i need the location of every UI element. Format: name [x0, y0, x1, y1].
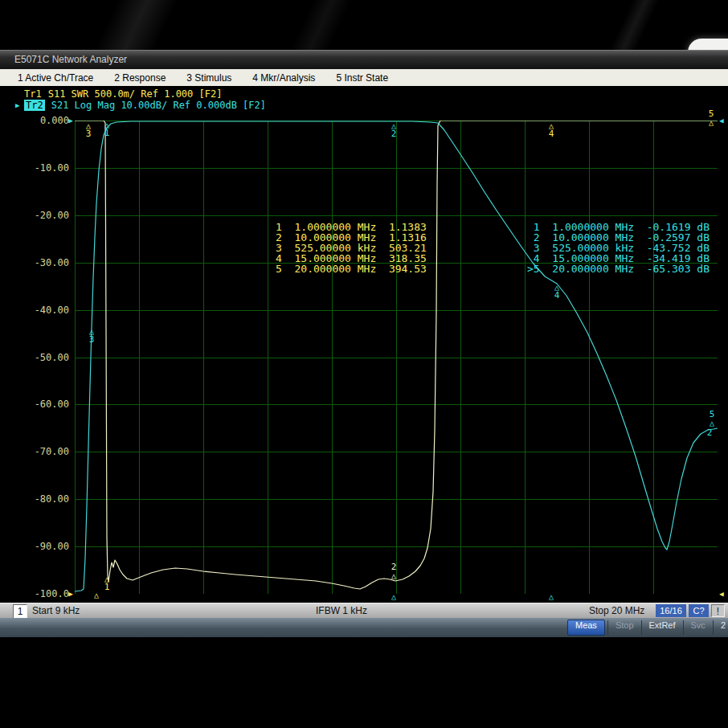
plot-area [75, 121, 718, 594]
sysbar-item-extref: ExtRef [641, 620, 683, 635]
graph-area: 0.000-10.00-20.00-30.00-40.00-50.00-60.0… [0, 115, 728, 603]
menu-item-2[interactable]: 2 Response [114, 72, 166, 84]
sysbar-item-svc: Svc [683, 620, 713, 635]
status-bar: 1 Start 9 kHz IFBW 1 kHz Stop 20 MHz 16/… [0, 603, 728, 618]
start-frequency-label: Start 9 kHz [32, 604, 80, 617]
y-axis-label: -100.0 [22, 588, 69, 599]
trace-id-tr2: Tr2 [24, 100, 45, 111]
y-axis-label: -30.00 [22, 257, 69, 268]
trace-params-tr2: S21 Log Mag 10.00dB/ Ref 0.000dB [F2] [51, 100, 266, 111]
reference-position-arrow: ◀ [718, 590, 726, 598]
trace-info-bar: Tr1S11 SWR 500.0m/ Ref 1.000 [F2] Tr2S21… [0, 86, 728, 115]
screen: E5071C Network Analyzer 1 Active Ch/Trac… [0, 0, 728, 728]
trace-info-tr1[interactable]: Tr1S11 SWR 500.0m/ Ref 1.000 [F2] [24, 88, 222, 100]
y-axis-label: 0.000 [22, 115, 69, 126]
sysbar-item-stop: Stop [607, 620, 641, 635]
graticule [75, 121, 718, 594]
menu-item-5[interactable]: 5 Instr State [336, 72, 388, 84]
reference-position-arrow: ▶ [67, 117, 75, 125]
menu-item-1[interactable]: 1 Active Ch/Trace [18, 72, 93, 84]
y-axis-label: -90.00 [22, 541, 69, 552]
marker-tick: △ [387, 593, 400, 600]
sysbar-item-meas: Meas [567, 620, 605, 636]
active-trace-arrow: ▶ [15, 101, 19, 109]
sysbar-item-2: 2 [713, 620, 728, 635]
marker-tick: △ [545, 593, 558, 600]
menu-item-3[interactable]: 3 Stimulus [186, 72, 231, 84]
menu-bar: 1 Active Ch/Trace2 Response3 Stimulus4 M… [0, 69, 728, 86]
bottom-bezel [0, 637, 728, 728]
system-bar: MeasStopExtRefSvc2 [0, 618, 728, 637]
trace-info-tr2[interactable]: Tr2S21 Log Mag 10.00dB/ Ref 0.000dB [F2] [24, 100, 266, 111]
correction-status-badge: C? [689, 604, 709, 617]
alert-badge: ! [711, 604, 725, 617]
marker-table-tr2: 1 1.0000000 MHz -0.1619 dB 2 10.000000 M… [527, 222, 710, 274]
y-axis-label: -20.00 [22, 210, 69, 221]
stop-frequency-label: Stop 20 MHz [589, 604, 644, 617]
marker-readout-row: >5 20.000000 MHz -65.303 dB [527, 264, 710, 274]
marker-readout-row: 5 20.000000 MHz 394.53 [276, 264, 427, 274]
plot-svg [75, 121, 718, 594]
reference-position-arrow: ◀ [718, 117, 726, 125]
y-axis-label: -80.00 [22, 493, 69, 505]
trace-id-tr1: Tr1 [24, 88, 42, 100]
trace-params-tr1: S11 SWR 500.0m/ Ref 1.000 [F2] [48, 88, 223, 100]
y-axis-label: -10.00 [22, 162, 69, 174]
marker-table-tr1: 1 1.0000000 MHz 1.13832 10.000000 MHz 1.… [276, 222, 427, 274]
window-titlebar: E5071C Network Analyzer [0, 50, 728, 69]
reference-position-arrow: ▶ [67, 590, 75, 598]
channel-number-badge: 1 [13, 604, 27, 619]
menu-item-4[interactable]: 4 Mkr/Analysis [252, 72, 315, 84]
averaging-counter-badge: 16/16 [656, 604, 686, 617]
system-bar-segments: MeasStopExtRefSvc2 [565, 620, 728, 636]
y-axis-label: -50.00 [22, 352, 69, 363]
y-axis-label: -40.00 [22, 305, 69, 316]
ifbw-label: IFBW 1 kHz [316, 604, 367, 617]
y-axis-label: -60.00 [22, 399, 69, 410]
window-title: E5071C Network Analyzer [14, 54, 127, 65]
y-axis-label: -70.00 [22, 446, 69, 457]
